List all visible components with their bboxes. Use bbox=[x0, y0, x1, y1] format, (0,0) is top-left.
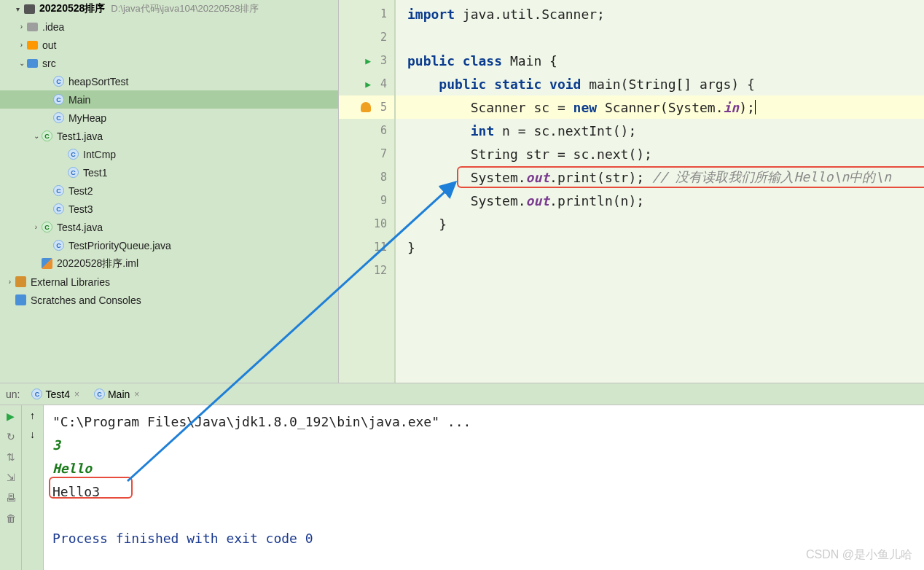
chevron-down-icon: ⌄ bbox=[31, 132, 42, 140]
tree-item-label: src bbox=[42, 58, 56, 69]
line-number: 12 bbox=[374, 264, 387, 277]
class-icon: C bbox=[53, 240, 64, 251]
gutter-line[interactable]: 12 bbox=[339, 259, 394, 282]
line-number: 10 bbox=[374, 217, 387, 230]
line-number: 11 bbox=[374, 241, 387, 254]
run-toolbar-left: ▶ ↻ ⇅ ⇲ 🖶 🗑 bbox=[0, 405, 22, 570]
tree-item-label: 20220528排序.iml bbox=[57, 257, 138, 270]
chevron-down-icon: ▾ bbox=[16, 5, 20, 13]
project-name: 20220528排序 bbox=[39, 2, 105, 15]
tree-item-intcmp[interactable]: CIntCmp bbox=[0, 145, 338, 163]
up-icon[interactable]: ↑ bbox=[30, 410, 35, 421]
tree-item-test1[interactable]: CTest1 bbox=[0, 163, 338, 181]
gutter-line[interactable]: 7 bbox=[339, 142, 394, 165]
line-number: 5 bbox=[380, 101, 387, 114]
tree-item-test4-java[interactable]: ›CTest4.java bbox=[0, 218, 338, 236]
line-number: 1 bbox=[380, 7, 387, 20]
gutter-line[interactable]: ▶4 bbox=[339, 72, 394, 95]
chevron-right-icon: › bbox=[16, 23, 27, 31]
tree-item-label: Main bbox=[68, 94, 90, 106]
tree-item--idea[interactable]: ›.idea bbox=[0, 17, 338, 36]
folder-icon bbox=[27, 23, 38, 31]
gutter-line[interactable]: 5 bbox=[339, 95, 394, 119]
class-icon: C bbox=[53, 112, 64, 123]
gutter-line[interactable]: 8 bbox=[339, 165, 394, 189]
tree-item-heapsorttest[interactable]: CheapSortTest bbox=[0, 72, 338, 90]
folder-icon bbox=[27, 41, 38, 50]
tree-item-label: .idea bbox=[42, 21, 64, 33]
chevron-right-icon: › bbox=[16, 41, 27, 49]
console-input: Hello bbox=[52, 456, 915, 480]
library-icon bbox=[15, 276, 26, 287]
gutter-line[interactable]: 1 bbox=[339, 2, 394, 26]
tree-item-label: Scratches and Consoles bbox=[31, 294, 141, 306]
scratch-icon bbox=[15, 294, 26, 305]
bulb-icon[interactable] bbox=[361, 102, 371, 112]
class-icon: C bbox=[42, 222, 52, 233]
code-area[interactable]: import java.util.Scanner; public class M… bbox=[396, 0, 924, 383]
stop-icon[interactable]: ↻ bbox=[4, 430, 17, 443]
tree-item-label: External Libraries bbox=[31, 276, 110, 288]
down-icon[interactable]: ↓ bbox=[30, 429, 35, 440]
line-number: 3 bbox=[380, 54, 387, 67]
gutter-line[interactable]: 10 bbox=[339, 212, 394, 235]
project-path: D:\java代码\java104\20220528排序 bbox=[111, 2, 259, 15]
gutter-line[interactable]: 9 bbox=[339, 189, 394, 212]
console-exit: Process finished with exit code 0 bbox=[52, 526, 915, 550]
run-gutter-icon[interactable]: ▶ bbox=[365, 55, 371, 66]
class-icon: C bbox=[68, 167, 79, 178]
run-gutter-icon[interactable]: ▶ bbox=[365, 79, 371, 90]
trash-icon[interactable]: 🗑 bbox=[4, 512, 17, 525]
line-number: 6 bbox=[380, 124, 387, 137]
console-input: 3 bbox=[52, 433, 915, 456]
console-output[interactable]: "C:\Program Files\Java\jdk1.8.0_192\bin\… bbox=[44, 405, 924, 570]
line-number: 4 bbox=[380, 77, 387, 90]
project-tree[interactable]: ▾ 20220528排序 D:\java代码\java104\20220528排… bbox=[0, 0, 339, 383]
run-tabs: un: CTest4×CMain× bbox=[0, 383, 924, 405]
tree-item-test1-java[interactable]: ⌄CTest1.java bbox=[0, 127, 338, 145]
watermark: CSDN @是小鱼儿哈 bbox=[806, 547, 912, 563]
console-cmd: "C:\Program Files\Java\jdk1.8.0_192\bin\… bbox=[52, 410, 915, 433]
class-icon: C bbox=[53, 185, 64, 196]
class-icon: C bbox=[53, 203, 64, 214]
export-icon[interactable]: ⇲ bbox=[4, 471, 17, 484]
class-icon: C bbox=[53, 94, 64, 105]
close-icon[interactable]: × bbox=[74, 389, 79, 399]
tree-item-external-libraries[interactable]: ›External Libraries bbox=[0, 273, 338, 291]
tree-item-label: TestPriorityQueue.java bbox=[68, 240, 171, 251]
layout-icon[interactable]: ⇅ bbox=[4, 450, 17, 464]
tree-item-20220528---iml[interactable]: 20220528排序.iml bbox=[0, 254, 338, 273]
gutter-line[interactable]: 6 bbox=[339, 119, 394, 142]
tree-item-main[interactable]: CMain bbox=[0, 90, 338, 109]
class-icon: C bbox=[42, 130, 52, 141]
gutter-line[interactable]: 11 bbox=[339, 235, 394, 259]
class-icon: C bbox=[68, 149, 79, 160]
tree-item-out[interactable]: ›out bbox=[0, 36, 338, 54]
tree-item-label: Test1.java bbox=[57, 130, 103, 142]
tree-item-myheap[interactable]: CMyHeap bbox=[0, 109, 338, 127]
tree-item-test3[interactable]: CTest3 bbox=[0, 200, 338, 218]
line-number: 2 bbox=[380, 31, 387, 44]
tree-item-src[interactable]: ⌄src bbox=[0, 54, 338, 72]
close-icon[interactable]: × bbox=[134, 389, 139, 399]
chevron-down-icon: ⌄ bbox=[16, 59, 27, 67]
line-number: 9 bbox=[380, 194, 387, 207]
tree-item-label: out bbox=[42, 39, 56, 51]
project-root[interactable]: ▾ 20220528排序 D:\java代码\java104\20220528排… bbox=[0, 0, 338, 17]
class-icon: C bbox=[94, 389, 105, 399]
code-editor[interactable]: 12▶3▶456789101112 import java.util.Scann… bbox=[339, 0, 924, 383]
tree-item-testpriorityqueue-java[interactable]: CTestPriorityQueue.java bbox=[0, 236, 338, 254]
tree-item-label: Test4.java bbox=[57, 222, 103, 233]
tree-item-test2[interactable]: CTest2 bbox=[0, 181, 338, 200]
tree-item-label: MyHeap bbox=[68, 112, 106, 124]
rerun-icon[interactable]: ▶ bbox=[4, 410, 17, 423]
run-tab-main[interactable]: CMain× bbox=[88, 386, 145, 402]
tree-item-label: heapSortTest bbox=[68, 76, 129, 87]
gutter-line[interactable]: 2 bbox=[339, 26, 394, 49]
tree-item-scratches-and-consoles[interactable]: Scratches and Consoles bbox=[0, 291, 338, 309]
gutter-line[interactable]: ▶3 bbox=[339, 49, 394, 72]
run-tab-test4[interactable]: CTest4× bbox=[26, 386, 85, 402]
line-number: 8 bbox=[380, 171, 387, 184]
print-icon[interactable]: 🖶 bbox=[4, 491, 17, 504]
code-text: import bbox=[407, 7, 455, 22]
